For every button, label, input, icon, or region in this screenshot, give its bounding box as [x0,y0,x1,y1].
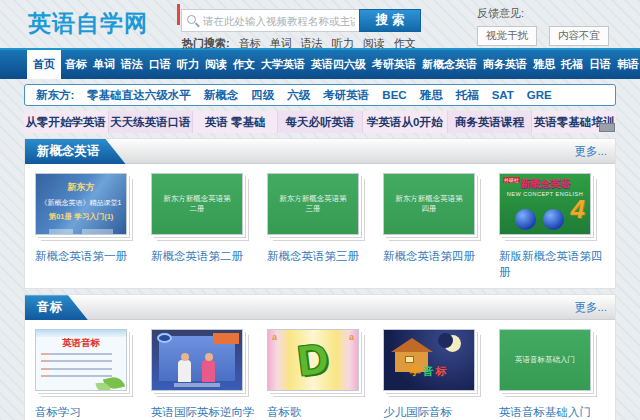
subnav-link[interactable]: 零基础直达六级水平 [87,88,191,103]
thumb-text: 第01册 学习入门(1) [36,212,126,222]
nav-item-reading[interactable]: 阅读 [203,50,229,79]
quick-link[interactable]: 英语零基础培训 [532,111,616,133]
course-card: 新东方新概念英语第三册 新概念英语第三册 [265,173,381,280]
hot-search: 热门搜索: 音标 单词 语法 听力 阅读 作文 [182,36,416,51]
course-thumbnail[interactable]: 英语音标基础入门 [499,329,591,391]
section-title-tab: 新概念英语 [25,139,126,164]
site-header: 英语自学网 搜 索 热门搜索: 音标 单词 语法 听力 阅读 作文 反馈意见: … [0,0,640,48]
hot-search-link[interactable]: 阅读 [363,36,385,51]
nav-item-toefl[interactable]: 托福 [559,50,585,79]
course-link[interactable]: 英语国际英标逆向学习法 [151,404,263,420]
more-link[interactable]: 更多... [574,295,607,320]
thumb-decoration [49,229,114,234]
course-card: 英语国际英标逆向学习法 [149,329,265,420]
course-thumbnail[interactable]: 新东方新概念英语第三册 [267,173,359,235]
more-link[interactable]: 更多... [574,139,607,164]
course-card: a a D 音标歌 [265,329,381,420]
badge-decoration [213,333,239,344]
quick-link[interactable]: 每天必听英语 [278,111,363,133]
quick-link[interactable]: 英语 零基础 [193,111,278,133]
feedback-button-visual[interactable]: 视觉干扰 [477,26,537,46]
thumb-decoration [36,330,126,337]
subnav-link[interactable]: 六级 [287,88,310,103]
course-card: 英语音标基础入门 英语音标基础入门 [497,329,613,420]
quick-link[interactable]: 商务英语课程 [448,111,533,133]
course-thumbnail[interactable] [151,329,243,391]
course-thumbnail[interactable]: 新东方新概念英语第四册 [383,173,475,235]
nav-item-new-concept[interactable]: 新概念英语 [420,50,479,79]
course-card: 新东方 《新概念英语》精品课堂1 第01册 学习入门(1) 新概念英语第一册 [33,173,149,280]
course-link[interactable]: 新版新概念英语第四册 [499,248,611,280]
course-thumbnail[interactable]: 外研社 新概念英语 NEW CONCEPT ENGLISH 4 [499,173,591,235]
nav-item-business[interactable]: 商务英语 [481,50,529,79]
course-thumbnail[interactable]: a a D [267,329,359,391]
site-logo[interactable]: 英语自学网 [28,8,148,39]
nav-item-writing[interactable]: 作文 [231,50,257,79]
section-phonetics: 音标 更多... 英语音标 音标学习 [24,294,616,420]
page: 英语自学网 搜 索 热门搜索: 音标 单词 语法 听力 阅读 作文 反馈意见: … [0,0,640,420]
nav-item-korean[interactable]: 韩语 [615,50,640,79]
section-body: 英语音标 音标学习 英语国际英标逆向学习法 [25,320,615,420]
hot-search-link[interactable]: 音标 [239,36,261,51]
hot-search-link[interactable]: 作文 [394,36,416,51]
secondary-nav: 新东方: 零基础直达六级水平 新概念 四级 六级 考研英语 BEC 雅思 托福 … [24,84,616,106]
subnav-link[interactable]: 托福 [456,88,479,103]
subnav-link[interactable]: 新概念 [204,88,239,103]
hot-search-link[interactable]: 单词 [270,36,292,51]
course-link[interactable]: 少儿国际音标 [383,404,495,420]
window-decoration [405,356,414,363]
course-card: 外研社 新概念英语 NEW CONCEPT ENGLISH 4 新版新概念英语第… [497,173,613,280]
feedback-panel: 反馈意见: 视觉干扰 内容不宜 [477,6,609,46]
section-header: 音标 更多... [25,295,615,320]
search-input[interactable] [181,9,359,32]
thumb-text: 新东方新概念英语第三册 [277,194,349,214]
course-link[interactable]: 新概念英语第二册 [151,248,263,264]
subnav-link[interactable]: SAT [492,89,514,101]
person-figure [178,360,191,382]
hot-search-link[interactable]: 听力 [332,36,354,51]
nav-item-cet46[interactable]: 英语四六级 [309,50,368,79]
course-thumbnail[interactable]: 新东方 《新概念英语》精品课堂1 第01册 学习入门(1) [35,173,127,235]
course-link[interactable]: 音标歌 [267,404,379,420]
subnav-link[interactable]: BEC [382,89,406,101]
subnav-link[interactable]: 考研英语 [323,88,369,103]
nav-item-japanese[interactable]: 日语 [587,50,613,79]
main-nav: 首页 音标 单词 语法 口语 听力 阅读 作文 大学英语 英语四六级 考研英语 … [0,48,640,79]
thumb-text: 新东方新概念英语第二册 [161,194,233,214]
feedback-button-content[interactable]: 内容不宜 [549,26,609,46]
course-thumbnail[interactable]: 新东方新概念英语第二册 [151,173,243,235]
moon-icon [444,335,461,352]
course-link[interactable]: 新概念英语第三册 [267,248,379,264]
nav-item-listening[interactable]: 听力 [175,50,201,79]
course-link[interactable]: 英语音标基础入门 [499,404,611,420]
nav-item-phonetics[interactable]: 音标 [63,50,89,79]
nav-item-vocabulary[interactable]: 单词 [91,50,117,79]
section-new-concept: 新概念英语 更多... 新东方 《新概念英语》精品课堂1 第01册 学习入门(1… [24,138,616,289]
course-link[interactable]: 新概念英语第一册 [35,248,147,264]
course-thumbnail[interactable]: 英语音标 [35,329,127,391]
cover-number: 4 [571,194,585,225]
search-button[interactable]: 搜 索 [359,9,421,32]
quick-link[interactable]: 天天练英语口语 [109,111,194,133]
hot-search-label: 热门搜索: [182,36,230,51]
subnav-link[interactable]: 四级 [251,88,274,103]
nav-item-ielts[interactable]: 雅思 [531,50,557,79]
subnav-link[interactable]: GRE [527,89,552,101]
nav-item-speaking[interactable]: 口语 [147,50,173,79]
nav-item-postgraduate[interactable]: 考研英语 [370,50,418,79]
course-link[interactable]: 音标学习 [35,404,147,420]
quick-link[interactable]: 学英语从0开始 [363,111,448,133]
course-thumbnail[interactable]: 学音标 [383,329,475,391]
quick-link[interactable]: 从零开始学英语 [24,111,109,133]
nav-item-grammar[interactable]: 语法 [119,50,145,79]
course-card: 英语音标 音标学习 [33,329,149,420]
thumb-text: 新东方新概念英语第四册 [393,194,465,214]
nav-item-home[interactable]: 首页 [27,50,61,79]
subnav-link[interactable]: 雅思 [420,88,443,103]
search-icon [187,15,196,24]
thumb-title: 英语音标 [36,337,126,350]
section-header: 新概念英语 更多... [25,139,615,164]
course-link[interactable]: 新概念英语第四册 [383,248,495,264]
nav-item-college-english[interactable]: 大学英语 [259,50,307,79]
hot-search-link[interactable]: 语法 [301,36,323,51]
